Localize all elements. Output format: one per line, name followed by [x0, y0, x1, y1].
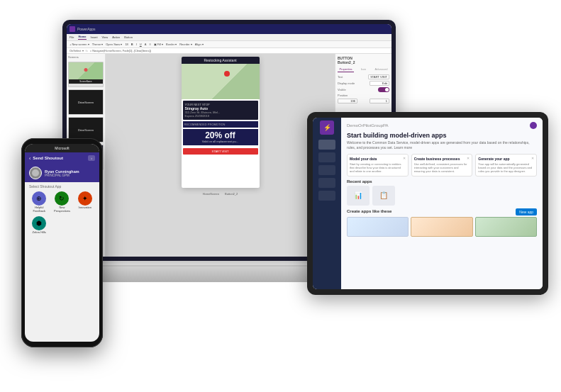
- toolbar-underline[interactable]: U: [140, 43, 142, 46]
- tablet-recent-app-2[interactable]: 📋: [372, 186, 395, 206]
- prop-row-display: Display mode Edit: [338, 81, 389, 86]
- phone-app-new-perspectives[interactable]: ↻ New Perspectives: [52, 191, 72, 213]
- prop-text-value[interactable]: START VISIT: [368, 74, 389, 79]
- phone-app-label-zebra-hills: Zebra Hills: [33, 231, 46, 235]
- canvas-discount-text: 20% off: [185, 131, 256, 140]
- canvas-discount-block: 20% off Valid on all replacement pu...: [183, 129, 258, 145]
- menu-action[interactable]: Action: [112, 35, 120, 39]
- toolbar-reorder[interactable]: Reorder ▾: [179, 43, 192, 46]
- thumb-pin-icon: [84, 68, 88, 72]
- tablet-card-title-2: Create business processes: [414, 157, 470, 161]
- tablet-card-close-3[interactable]: ✕: [531, 156, 534, 160]
- tablet-body: ⚡ DemoOrPilotGroupPA Start building mode…: [307, 112, 548, 295]
- phone: Microsoft ‹ Send Shoutout › Ryan Cunning…: [21, 138, 103, 347]
- toolbar-theme[interactable]: Theme ▾: [92, 43, 104, 46]
- tablet-card-close-1[interactable]: ✕: [403, 156, 406, 160]
- menu-view[interactable]: View: [102, 35, 109, 39]
- phone-statusbar-text: Microsoft: [55, 146, 69, 150]
- phone-apps-grid: ⊕ Helpful Feedback ↻ New Perspectives ✦ …: [25, 189, 99, 236]
- toolbar-align[interactable]: ≡: [149, 43, 150, 46]
- phone-app-label-helpful-feedback: Helpful Feedback: [29, 206, 49, 213]
- prop-row-position: Position: [338, 94, 389, 97]
- thumb-2-label: DriveScreen: [78, 101, 94, 104]
- toolbar-new[interactable]: + New screen ▾: [70, 43, 89, 46]
- tablet-card-text-3: Your app will be automatically generated…: [478, 162, 534, 174]
- prop-display-value[interactable]: Edit: [370, 81, 389, 86]
- tablet-nav-flows[interactable]: [318, 178, 335, 188]
- powerapps-logo-icon: [70, 26, 75, 32]
- menu-button[interactable]: Button: [124, 35, 133, 39]
- prop-visible-toggle-knob: [385, 88, 389, 91]
- tablet-card-close-2[interactable]: ✕: [467, 156, 470, 160]
- phone-app-innovation[interactable]: ✦ Innovation: [75, 191, 95, 213]
- canvas-promotion-label: RECOMMENDED PROMOTION: [184, 123, 257, 126]
- toolbar-size[interactable]: 18: [125, 43, 128, 46]
- menu-file[interactable]: File: [70, 35, 74, 39]
- formula-dropdown[interactable]: OnSelect ▾: [70, 49, 84, 52]
- tablet-card-generate-app: ✕ Generate your app Your app will be aut…: [475, 154, 537, 177]
- prop-row-text: Text START VISIT: [338, 74, 389, 79]
- phone-app-label-innovation: Innovation: [79, 206, 91, 210]
- toolbar-border[interactable]: Border ▾: [166, 43, 177, 46]
- canvas-cta-button[interactable]: START VISIT: [183, 148, 258, 155]
- phone-user-info: Ryan Cunningham PRINCIPAL GPM: [45, 169, 79, 177]
- prop-header-title: BUTTON Button2_2: [338, 56, 389, 65]
- phone-statusbar: Microsoft: [25, 144, 99, 152]
- ide-formulabar: OnSelect ▾ fx = Navigate(HomeScreen, Fad…: [67, 48, 391, 54]
- phone-user-area: Ryan Cunningham PRINCIPAL GPM: [25, 164, 99, 182]
- tablet-main-heading: Start building model-driven apps: [347, 132, 537, 139]
- ide-canvas-area: Restocking Assistant YOUR NEXT STOP Stin…: [106, 54, 335, 257]
- toolbar-color[interactable]: A: [145, 43, 147, 46]
- tablet-nav-settings[interactable]: [318, 191, 335, 201]
- tablet-breadcrumb: DemoOrPilotGroupPA: [347, 123, 389, 128]
- prop-tabs: Properties Icon Advanced: [338, 67, 389, 72]
- menu-home[interactable]: Home: [78, 35, 86, 40]
- tablet-card-model-data: ✕ Model your data Start by creating or c…: [347, 154, 409, 177]
- canvas-promotion-header: RECOMMENDED PROMOTION: [183, 121, 258, 128]
- tablet-nav-data[interactable]: [318, 165, 335, 175]
- prop-tab-advanced[interactable]: Advanced: [373, 67, 389, 72]
- tablet-nav-home[interactable]: [318, 140, 335, 150]
- tablet-create-thumb-3: [475, 217, 537, 237]
- prop-row-xy: 196 1: [338, 99, 389, 103]
- tablet-topbar-right: [530, 122, 537, 129]
- canvas-app-title: Restocking Assistant: [182, 57, 260, 64]
- tablet-nav-apps[interactable]: [318, 152, 335, 162]
- phone-app-icon-new-perspectives: ↻: [55, 191, 69, 206]
- phone-app-label-new-perspectives: New Perspectives: [52, 206, 72, 213]
- toolbar-align2[interactable]: Align ▾: [195, 43, 204, 46]
- phone-header-cta[interactable]: ›: [88, 155, 95, 161]
- thumb-3-label: DriveScreen: [78, 128, 94, 132]
- ide-canvas-frame: Restocking Assistant YOUR NEXT STOP Stin…: [182, 57, 260, 188]
- tablet-new-app-button[interactable]: New app: [516, 208, 537, 215]
- tablet-powerapps-logo-icon: ⚡: [320, 121, 334, 135]
- tablet-card-text-1: Start by creating or connecting to entit…: [350, 162, 406, 174]
- tablet-recent-apps-row: 📊 📋: [347, 186, 537, 206]
- prop-tab-icon[interactable]: Icon: [355, 67, 372, 72]
- toolbar-bold[interactable]: B: [131, 43, 133, 46]
- tablet-recent-app-1[interactable]: 📊: [347, 186, 370, 206]
- toolbar-italic[interactable]: I: [136, 43, 137, 46]
- prop-visible-toggle[interactable]: [378, 87, 389, 92]
- prop-x-value[interactable]: 196: [338, 99, 357, 103]
- prop-text-label: Text: [338, 75, 343, 79]
- screen-thumb-2[interactable]: DriveScreen: [68, 89, 104, 115]
- ide-app-title: PowerApps: [77, 27, 96, 31]
- prop-tab-properties[interactable]: Properties: [338, 67, 354, 72]
- phone-app-helpful-feedback[interactable]: ⊕ Helpful Feedback: [29, 191, 49, 213]
- phone-app-zebra-hills[interactable]: ⬢ Zebra Hills: [29, 216, 49, 235]
- screen-thumb-1[interactable]: ScreenName: [68, 62, 104, 87]
- formula-content[interactable]: = Navigate(HomeScreen, Fade[1], {Clear[I…: [90, 49, 151, 52]
- prop-y-value[interactable]: 1: [370, 99, 389, 103]
- tablet-card-text-2: Use well-defined, consistent processes f…: [414, 162, 470, 174]
- tablet-card-title-3: Generate your app: [478, 157, 534, 161]
- phone-avatar-icon: [32, 169, 39, 177]
- toolbar-fill[interactable]: ▣ Fill ▾: [154, 43, 163, 46]
- ide-menubar: File Home Insert View Action Button: [67, 34, 391, 41]
- phone-header: ‹ Send Shoutout ›: [25, 152, 99, 164]
- toolbar-font[interactable]: Open Sans ▾: [106, 43, 122, 46]
- menu-insert[interactable]: Insert: [91, 35, 98, 39]
- tablet-user-avatar: [530, 122, 537, 129]
- prop-display-label: Display mode: [338, 82, 355, 85]
- phone-back-button[interactable]: ‹: [29, 156, 30, 161]
